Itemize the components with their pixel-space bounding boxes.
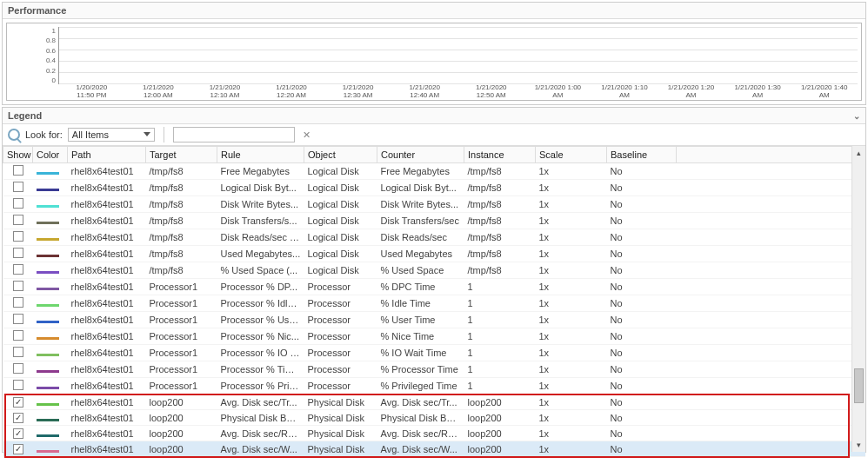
cell-instance: 1 xyxy=(464,279,536,295)
x-tick: 1/21/2020 1:10AM xyxy=(591,84,658,100)
cell-rule: Processor % Use... xyxy=(217,312,304,328)
show-checkbox[interactable] xyxy=(13,215,23,225)
table-row[interactable]: ✓rhel8x64test01loop200Avg. Disk sec/Tr..… xyxy=(3,394,865,410)
col-show[interactable]: Show xyxy=(3,147,33,163)
table-row[interactable]: rhel8x64test01Processor1Processor % Nic.… xyxy=(3,328,865,345)
table-row[interactable]: rhel8x64test01/tmp/fs8Disk Reads/sec (..… xyxy=(3,229,865,246)
table-row[interactable]: ✓rhel8x64test01loop200Physical Disk Byt.… xyxy=(3,410,865,426)
y-tick: 0.2 xyxy=(46,67,56,75)
cell-path: rhel8x64test01 xyxy=(68,394,146,410)
cell-instance: /tmp/fs8 xyxy=(464,196,536,213)
col-object[interactable]: Object xyxy=(304,147,377,163)
table-row[interactable]: ✓rhel8x64test01loop200Avg. Disk sec/Re..… xyxy=(3,426,865,441)
color-swatch xyxy=(37,321,59,323)
cell-scale: 1x xyxy=(536,378,607,394)
cell-scale: 1x xyxy=(536,361,607,378)
show-checkbox[interactable] xyxy=(13,281,23,291)
color-swatch xyxy=(37,434,59,437)
color-swatch xyxy=(37,172,59,175)
show-checkbox[interactable]: ✓ xyxy=(13,397,23,408)
table-row[interactable]: rhel8x64test01Processor1Processor % Idle… xyxy=(3,295,865,312)
table-row[interactable]: ✓rhel8x64test01loop200Avg. Disk sec/W...… xyxy=(3,441,865,457)
legend-filter-bar: Look for: All Items ✕ xyxy=(3,124,865,146)
show-checkbox[interactable]: ✓ xyxy=(13,428,23,439)
cell-path: rhel8x64test01 xyxy=(68,312,146,328)
table-row[interactable]: rhel8x64test01Processor1Processor % Priv… xyxy=(3,378,865,394)
table-row[interactable]: rhel8x64test01/tmp/fs8Free MegabytesLogi… xyxy=(3,163,865,180)
scroll-thumb[interactable] xyxy=(854,368,864,403)
cell-path: rhel8x64test01 xyxy=(68,328,146,345)
cell-object: Logical Disk xyxy=(304,213,377,229)
y-tick: 1 xyxy=(52,27,56,35)
show-checkbox[interactable] xyxy=(13,248,23,258)
look-for-combo[interactable]: All Items xyxy=(68,128,155,142)
scroll-down-arrow-icon[interactable]: ▾ xyxy=(852,438,865,452)
table-row[interactable]: rhel8x64test01Processor1Processor % Use.… xyxy=(3,312,865,328)
show-checkbox[interactable] xyxy=(13,363,23,374)
cell-target: loop200 xyxy=(146,410,217,426)
cell-counter: % DPC Time xyxy=(377,279,464,295)
search-input[interactable] xyxy=(173,127,295,143)
show-checkbox[interactable] xyxy=(13,231,23,242)
cell-target: loop200 xyxy=(146,441,217,457)
cell-rule: Disk Transfers/s... xyxy=(217,213,304,229)
cell-object: Physical Disk xyxy=(304,410,377,426)
table-row[interactable]: rhel8x64test01/tmp/fs8Used Megabytes...L… xyxy=(3,246,865,262)
cell-counter: % User Time xyxy=(377,312,464,328)
show-checkbox[interactable] xyxy=(13,347,23,357)
cell-counter: % IO Wait Time xyxy=(377,345,464,361)
cell-rule: Avg. Disk sec/W... xyxy=(217,441,304,457)
cell-instance: 1 xyxy=(464,378,536,394)
show-checkbox[interactable] xyxy=(13,380,23,390)
cell-object: Processor xyxy=(304,295,377,312)
chart-plot-area[interactable] xyxy=(58,27,858,84)
show-checkbox[interactable]: ✓ xyxy=(13,444,23,454)
col-baseline[interactable]: Baseline xyxy=(607,147,677,163)
col-scale[interactable]: Scale xyxy=(536,147,607,163)
table-row[interactable]: rhel8x64test01Processor1Processor % IO T… xyxy=(3,345,865,361)
table-row[interactable]: rhel8x64test01/tmp/fs8Disk Transfers/s..… xyxy=(3,213,865,229)
performance-chart[interactable]: 10.80.60.40.20 1/20/202011:50 PM1/21/202… xyxy=(6,23,862,101)
col-rule[interactable]: Rule xyxy=(217,147,304,163)
separator xyxy=(164,127,164,143)
cell-counter: % Privileged Time xyxy=(377,378,464,394)
show-checkbox[interactable] xyxy=(13,330,23,341)
scroll-track[interactable] xyxy=(852,160,865,438)
y-tick: 0.8 xyxy=(46,36,56,44)
cell-counter: Avg. Disk sec/Tr... xyxy=(377,394,464,410)
cell-scale: 1x xyxy=(536,295,607,312)
vertical-scrollbar[interactable]: ▴ ▾ xyxy=(851,146,865,452)
col-counter[interactable]: Counter xyxy=(377,147,464,163)
show-checkbox[interactable] xyxy=(13,165,23,176)
legend-header[interactable]: Legend ⌄ xyxy=(3,108,865,124)
color-swatch xyxy=(37,189,59,191)
chart-y-axis: 10.80.60.40.20 xyxy=(10,27,58,84)
cell-target: loop200 xyxy=(146,426,217,441)
cell-baseline: No xyxy=(607,295,677,312)
scroll-up-arrow-icon[interactable]: ▴ xyxy=(852,146,865,160)
x-tick: 1/21/2020 1:30AM xyxy=(724,84,791,100)
cell-target: loop200 xyxy=(146,394,217,410)
col-instance[interactable]: Instance xyxy=(464,147,536,163)
show-checkbox[interactable]: ✓ xyxy=(13,413,23,423)
table-row[interactable]: rhel8x64test01/tmp/fs8Logical Disk Byt..… xyxy=(3,180,865,196)
cell-baseline: No xyxy=(607,196,677,213)
show-checkbox[interactable] xyxy=(13,198,23,209)
cell-instance: /tmp/fs8 xyxy=(464,262,536,279)
table-row[interactable]: rhel8x64test01/tmp/fs8% Used Space (...L… xyxy=(3,262,865,279)
show-checkbox[interactable] xyxy=(13,314,23,324)
chevron-down-icon[interactable]: ⌄ xyxy=(853,111,860,121)
clear-search-button[interactable]: ✕ xyxy=(300,127,314,143)
col-color[interactable]: Color xyxy=(33,147,68,163)
table-row[interactable]: rhel8x64test01/tmp/fs8Disk Write Bytes..… xyxy=(3,196,865,213)
cell-target: /tmp/fs8 xyxy=(146,246,217,262)
show-checkbox[interactable] xyxy=(13,264,23,275)
table-row[interactable]: rhel8x64test01Processor1Processor % DP..… xyxy=(3,279,865,295)
show-checkbox[interactable] xyxy=(13,297,23,308)
cell-baseline: No xyxy=(607,229,677,246)
col-target[interactable]: Target xyxy=(146,147,217,163)
col-path[interactable]: Path xyxy=(68,147,146,163)
x-tick: 1/21/2020 1:20AM xyxy=(658,84,724,100)
show-checkbox[interactable] xyxy=(13,182,23,192)
table-row[interactable]: rhel8x64test01Processor1Processor % Tim.… xyxy=(3,361,865,378)
